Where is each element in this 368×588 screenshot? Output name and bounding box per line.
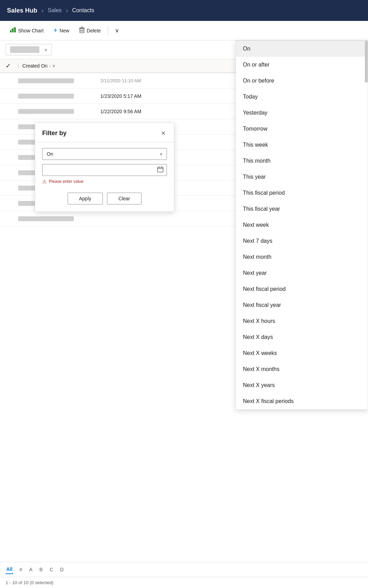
dropdown-item-this-fiscal-period[interactable]: This fiscal period	[236, 185, 368, 201]
date-cell-2: 1/23/2020 5:17 AM	[100, 93, 141, 99]
svg-rect-4	[80, 27, 83, 28]
alpha-nav-d[interactable]: D	[60, 565, 64, 574]
alpha-nav-hash[interactable]: #	[19, 565, 23, 574]
dropdown-item-this-fiscal-year[interactable]: This fiscal year	[236, 201, 368, 217]
select-all-checkbox[interactable]: ✓	[6, 62, 13, 70]
dropdown-item-next-x-days[interactable]: Next X days	[236, 329, 368, 345]
dropdown-item-next-x-weeks[interactable]: Next X weeks	[236, 345, 368, 361]
filter-condition-select[interactable]: On On or after On or before Today Yester…	[42, 148, 167, 160]
apply-button[interactable]: Apply	[68, 193, 103, 204]
app-title: Sales Hub	[7, 7, 37, 14]
nav-bar: Sales Hub › Sales › Contacts	[0, 0, 368, 21]
plus-icon: +	[53, 26, 58, 34]
show-chart-button[interactable]: Show Chart	[6, 25, 48, 37]
dropdown-item-next-fiscal-period[interactable]: Next fiscal period	[236, 281, 368, 297]
filter-dropdown-label	[10, 46, 39, 53]
svg-rect-1	[12, 29, 14, 32]
filter-dialog-body: On On or after On or before Today Yester…	[35, 142, 174, 211]
alpha-nav: All # A B C D	[0, 562, 368, 577]
created-on-label: Created On	[18, 63, 47, 69]
filter-dialog: Filter by ✕ On On or after On or before …	[35, 123, 174, 212]
dropdown-item-next-x-months[interactable]: Next X months	[236, 361, 368, 377]
filter-condition-wrapper: On On or after On or before Today Yester…	[42, 148, 167, 160]
scrollbar[interactable]	[365, 41, 368, 83]
calendar-icon[interactable]	[157, 166, 163, 174]
dropdown-item-next-year[interactable]: Next year	[236, 265, 368, 281]
error-icon: ⚠	[42, 179, 47, 184]
dropdown-item-on-or-after[interactable]: On or after	[236, 57, 368, 73]
breadcrumb-separator-2: ›	[66, 7, 68, 14]
dropdown-item-this-week[interactable]: This week	[236, 137, 368, 153]
show-chart-label: Show Chart	[18, 28, 44, 33]
dropdown-item-next-x-fiscal-periods[interactable]: Next X fiscal periods	[236, 393, 368, 409]
filter-actions: Apply Clear	[42, 190, 167, 206]
svg-rect-9	[158, 167, 163, 172]
toolbar: Show Chart + New Delete ∨	[0, 21, 368, 40]
filter-date-input[interactable]	[42, 164, 167, 176]
filter-dialog-close-button[interactable]: ✕	[160, 129, 167, 138]
clear-button[interactable]: Clear	[107, 193, 141, 204]
checkbox-check-icon: ✓	[6, 62, 11, 69]
dropdown-item-next-fiscal-year[interactable]: Next fiscal year	[236, 297, 368, 313]
breadcrumb-separator: ›	[41, 7, 44, 14]
dropdown-item-next-month[interactable]: Next month	[236, 249, 368, 265]
filter-date-wrapper	[42, 164, 167, 176]
created-on-column-header[interactable]: Created On ↓ ∨	[18, 63, 55, 69]
chevron-down-icon: ∨	[115, 27, 119, 34]
error-text: Please enter value	[49, 179, 83, 184]
blurred-cell-10	[18, 216, 74, 221]
dropdown-item-this-month[interactable]: This month	[236, 153, 368, 169]
blurred-cell	[18, 78, 74, 83]
chart-icon	[10, 27, 16, 34]
date-cell: 2/11/2020 11:10 AM	[100, 78, 141, 83]
dropdown-item-next-x-hours[interactable]: Next X hours	[236, 313, 368, 329]
pagination-row: 1 - 10 of 10 (0 selected)	[0, 577, 368, 588]
dropdown-item-on-or-before[interactable]: On or before	[236, 73, 368, 89]
view-filter-dropdown[interactable]: ∨	[6, 44, 52, 55]
delete-icon	[79, 27, 85, 34]
filter-error-message: ⚠ Please enter value	[42, 179, 167, 184]
delete-label: Delete	[87, 28, 101, 33]
alpha-nav-all[interactable]: All	[6, 565, 13, 574]
breadcrumb-current: Contacts	[72, 7, 94, 14]
dropdown-item-on[interactable]: On	[236, 41, 368, 57]
column-dropdown-icon[interactable]: ∨	[52, 63, 55, 68]
footer: All # A B C D 1 - 10 of 10 (0 selected)	[0, 562, 368, 588]
new-label: New	[60, 28, 69, 33]
pagination-text: 1 - 10 of 10 (0 selected)	[6, 580, 53, 585]
dropdown-item-yesterday[interactable]: Yesterday	[236, 105, 368, 121]
alpha-nav-c[interactable]: C	[49, 565, 54, 574]
toolbar-divider	[108, 26, 108, 36]
dropdown-item-tomorrow[interactable]: Tomorrow	[236, 121, 368, 137]
filter-condition-dropdown-overlay: OnOn or afterOn or beforeTodayYesterdayT…	[236, 40, 368, 410]
svg-rect-2	[14, 28, 16, 32]
filter-dialog-title: Filter by	[42, 130, 67, 137]
main-content: ∨ ✓ Created On ↓ ∨ 2/11/2020 11:10 AM 1/…	[0, 40, 368, 588]
sort-icon: ↓	[49, 63, 51, 68]
dropdown-item-next-7-days[interactable]: Next 7 days	[236, 233, 368, 249]
alpha-nav-a[interactable]: A	[29, 565, 33, 574]
alpha-nav-b[interactable]: B	[39, 565, 43, 574]
new-button[interactable]: + New	[49, 24, 74, 37]
blurred-cell-3	[18, 109, 74, 114]
date-cell-3: 1/22/2020 9:56 AM	[100, 109, 141, 114]
delete-button[interactable]: Delete	[75, 25, 105, 37]
dropdown-item-next-x-years[interactable]: Next X years	[236, 377, 368, 393]
breadcrumb-parent[interactable]: Sales	[48, 7, 62, 14]
more-button[interactable]: ∨	[111, 25, 123, 36]
filter-dropdown-arrow: ∨	[44, 47, 47, 52]
blurred-cell-2	[18, 94, 74, 99]
dropdown-item-next-week[interactable]: Next week	[236, 217, 368, 233]
filter-dialog-header: Filter by ✕	[35, 123, 174, 142]
dropdown-item-today[interactable]: Today	[236, 89, 368, 105]
dropdown-item-this-year[interactable]: This year	[236, 169, 368, 185]
svg-rect-0	[10, 30, 12, 32]
